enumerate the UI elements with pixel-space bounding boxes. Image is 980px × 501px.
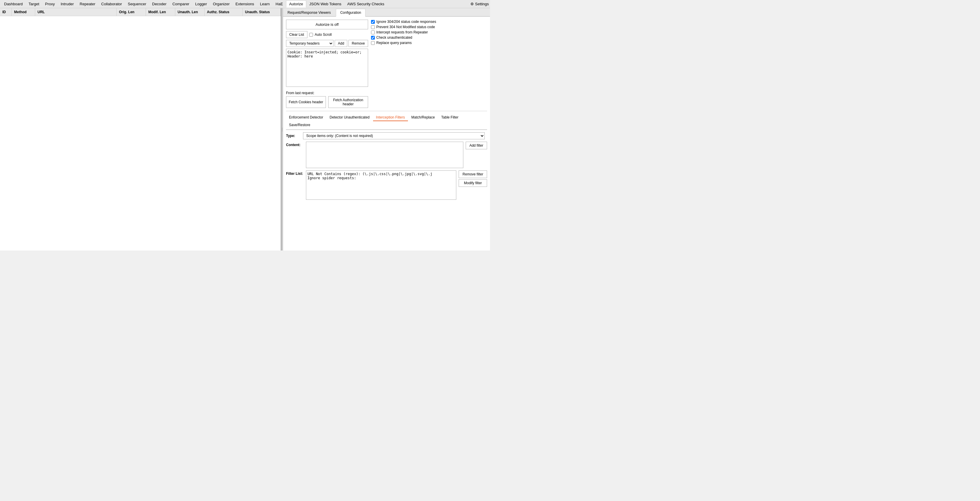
type-select[interactable]: Scope items only: (Content is not requir… [303, 132, 485, 139]
autorize-toggle-button[interactable]: Autorize is off [286, 20, 368, 29]
configuration-panel: Autorize is off Clear List Auto Scroll T… [283, 17, 490, 250]
requests-table-panel: ID Method URL Orig. Len Modif. Len Unaut… [0, 8, 282, 250]
bottom-tab-detector-unauthenticated[interactable]: Detector Unauthenticated [327, 114, 372, 121]
type-row: Type: Scope items only: (Content is not … [286, 132, 487, 139]
checkbox-intercept-repeater: Intercept requests from Repeater [371, 30, 487, 34]
filter-list-label: Filter List: [286, 171, 304, 176]
checkbox-replace-query-params-label: Replace query params [376, 41, 412, 45]
nav-sequencer[interactable]: Sequencer [125, 1, 149, 7]
config-right-column: Ignore 304/204 status code responses Pre… [371, 20, 487, 108]
clear-list-row: Clear List Auto Scroll [286, 31, 368, 38]
checkbox-ignore-304-input[interactable] [371, 20, 375, 24]
main-layout: ID Method URL Orig. Len Modif. Len Unaut… [0, 8, 490, 250]
checkbox-check-unauthenticated: Check unauthenticated [371, 35, 487, 40]
checkbox-intercept-repeater-input[interactable] [371, 30, 375, 34]
remove-filter-button[interactable]: Remove filter [459, 171, 487, 178]
from-last-request-section: From last request: Fetch Cookies header … [286, 91, 368, 108]
fetch-buttons-row: Fetch Cookies header Fetch Authorization… [286, 96, 368, 108]
col-method: Method [12, 8, 35, 16]
checkbox-prevent-304: Prevent 304 Not Modified status code [371, 25, 487, 29]
from-last-request-label: From last request: [286, 91, 368, 95]
clear-list-button[interactable]: Clear List [286, 31, 307, 38]
remove-header-button[interactable]: Remove [348, 40, 368, 47]
checkbox-replace-query-params-input[interactable] [371, 41, 375, 45]
nav-repeater[interactable]: Repeater [77, 1, 98, 7]
right-panel: Request/Response Viewers Configuration A… [283, 8, 490, 250]
bottom-tab-bar: Enforcement Detector Detector Unauthenti… [286, 114, 487, 130]
nav-organizer[interactable]: Organizer [210, 1, 232, 7]
checkbox-ignore-304-label: Ignore 304/204 status code responses [376, 20, 436, 24]
auto-scroll-label: Auto Scroll [315, 33, 332, 37]
checkbox-intercept-repeater-label: Intercept requests from Repeater [376, 30, 428, 34]
col-unauth-len: Unauth. Len [175, 8, 205, 16]
col-orig-len: Orig. Len [117, 8, 146, 16]
type-label: Type: [286, 134, 301, 138]
col-authz-status: Authz. Status [205, 8, 243, 16]
nav-aws-security-checks[interactable]: AWS Security Checks [344, 1, 387, 7]
checkbox-prevent-304-input[interactable] [371, 25, 375, 29]
filter-action-buttons: Remove filter Modify filter [459, 171, 487, 187]
settings-menu[interactable]: ⚙ Settings [470, 2, 489, 6]
nav-intruder[interactable]: Intruder [58, 1, 77, 7]
filter-list-textarea[interactable] [306, 171, 456, 200]
add-filter-button[interactable]: Add filter [466, 142, 487, 149]
col-url: URL [35, 8, 117, 16]
checkbox-replace-query-params: Replace query params [371, 41, 487, 45]
bottom-tab-table-filter[interactable]: Table Filter [438, 114, 461, 121]
filter-list-row: Filter List: Remove filter Modify filter [286, 171, 487, 200]
config-top-section: Autorize is off Clear List Auto Scroll T… [286, 20, 487, 108]
modify-filter-button[interactable]: Modify filter [459, 179, 487, 187]
content-textarea[interactable] [306, 142, 463, 168]
checkbox-check-unauthenticated-label: Check unauthenticated [376, 35, 412, 40]
bottom-tab-match-replace[interactable]: Match/Replace [409, 114, 438, 121]
gear-icon: ⚙ [470, 2, 474, 6]
nav-learn[interactable]: Learn [257, 1, 272, 7]
checkbox-ignore-304: Ignore 304/204 status code responses [371, 20, 487, 24]
add-header-button[interactable]: Add [335, 40, 347, 47]
content-label: Content: [286, 142, 304, 147]
nav-decoder[interactable]: Decoder [149, 1, 169, 7]
headers-dropdown-row: Temporary headersPermanent headers Add R… [286, 40, 368, 47]
bottom-tab-save-restore[interactable]: Save/Restore [286, 122, 313, 128]
tab-configuration[interactable]: Configuration [336, 9, 366, 17]
nav-json-web-tokens[interactable]: JSON Web Tokens [306, 1, 344, 7]
main-tab-bar: Request/Response Viewers Configuration [283, 8, 490, 17]
bottom-tab-interception-filters[interactable]: Interception Filters [373, 114, 408, 121]
headers-dropdown[interactable]: Temporary headersPermanent headers [286, 40, 334, 47]
table-header-row: ID Method URL Orig. Len Modif. Len Unaut… [0, 8, 281, 16]
nav-collaborator[interactable]: Collaborator [98, 1, 125, 7]
table-body [0, 16, 281, 250]
checkbox-check-unauthenticated-input[interactable] [371, 36, 375, 40]
auto-scroll-checkbox[interactable] [309, 33, 313, 37]
fetch-authorization-button[interactable]: Fetch Authorization header [328, 96, 368, 108]
tab-request-response-viewers[interactable]: Request/Response Viewers [283, 9, 335, 16]
nav-comparer[interactable]: Comparer [169, 1, 192, 7]
headers-textarea[interactable] [286, 49, 368, 87]
checkbox-prevent-304-label: Prevent 304 Not Modified status code [376, 25, 435, 29]
nav-extensions[interactable]: Extensions [233, 1, 257, 7]
nav-logger[interactable]: Logger [192, 1, 210, 7]
config-left-column: Autorize is off Clear List Auto Scroll T… [286, 20, 368, 108]
nav-dashboard[interactable]: Dashboard [1, 1, 26, 7]
nav-target[interactable]: Target [26, 1, 42, 7]
fetch-cookies-button[interactable]: Fetch Cookies header [286, 96, 326, 108]
col-unauth-status: Unauth. Status [243, 8, 281, 16]
nav-autorize[interactable]: Autorize [286, 0, 307, 8]
section-divider [286, 111, 487, 111]
col-id: ID [0, 8, 12, 16]
col-modif-len: Modif. Len [146, 8, 175, 16]
bottom-tab-enforcement-detector[interactable]: Enforcement Detector [286, 114, 326, 121]
settings-label: Settings [475, 2, 489, 6]
content-row: Content: Add filter [286, 142, 487, 168]
nav-hae[interactable]: HaE [272, 1, 286, 7]
nav-proxy[interactable]: Proxy [42, 1, 58, 7]
top-navigation: Dashboard Target Proxy Intruder Repeater… [0, 0, 490, 8]
